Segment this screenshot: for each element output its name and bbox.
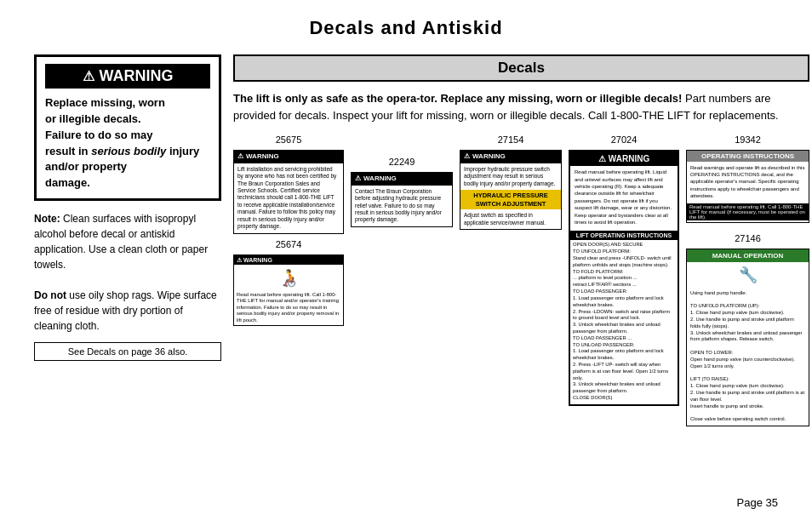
warning-line1: Replace missing, worn (45, 96, 165, 109)
decal-19342: OPERATING INSTRUCTIONS Read warnings and… (686, 150, 809, 222)
decals-section-header: Decals (233, 54, 809, 82)
decal-25674-body: Read manual before operating lift. Call … (234, 290, 343, 326)
decal-27024-sublines: OPEN DOOR(S) AND SECURE TO UNFOLD PLATFO… (570, 242, 678, 404)
note-label: Note: (34, 213, 60, 225)
main-warning-box: ⚠ WARNING Replace missing, worn or illeg… (34, 54, 221, 201)
decal-25674-header-text: WARNING (243, 256, 272, 264)
decal-27024: ⚠ WARNING Read manual before operating l… (569, 150, 679, 406)
decal-27154-number: 27154 (460, 134, 562, 145)
warning-line4: result in serious bodily injury and/or p… (45, 145, 199, 174)
decal-27024-header: ⚠ WARNING (570, 152, 678, 166)
decal-27024-warning-lines: Read manual before operating lift. Liqui… (570, 166, 678, 228)
decal-col-4: 27024 ⚠ WARNING Read manual before opera… (569, 134, 679, 426)
decal-19342-number: 19342 (686, 134, 809, 145)
main-layout: ⚠ WARNING Replace missing, worn or illeg… (34, 54, 778, 426)
main-description: The lift is only as safe as the opera-to… (233, 90, 809, 124)
warning-body: Replace missing, worn or illegible decal… (45, 95, 210, 192)
decal-27146-body: Using hand pump handle: TO UNFOLD PLATFO… (687, 288, 809, 426)
decal-22249-header-text: WARNING (363, 174, 397, 183)
decal-27154: ⚠ WARNING Improper hydraulic pressure sw… (460, 150, 562, 230)
decal-col-2: 22249 ⚠ WARNING Contact The Braun Corpor… (351, 134, 453, 426)
warning-line2: or illegible decals. (45, 112, 141, 125)
decal-25675: ⚠ WARNING Lift installation and servicin… (233, 150, 344, 233)
page-number: Page 35 (737, 496, 778, 509)
decal-25674: ⚠ WARNING 🧑‍🦽 Read manual before operati… (233, 254, 344, 327)
warn-triangle-22249: ⚠ (355, 174, 361, 183)
decal-25674-header: ⚠ WARNING (234, 255, 343, 265)
decal-27024-number: 27024 (569, 134, 679, 145)
warning-header: ⚠ WARNING (45, 64, 210, 89)
decal-27154-header-text: WARNING (472, 152, 506, 161)
right-column: Decals The lift is only as safe as the o… (233, 54, 809, 426)
decal-19342-header: OPERATING INSTRUCTIONS (687, 151, 809, 162)
warning-line6: damage. (45, 176, 90, 189)
warning-line3: Failure to do so may (45, 129, 152, 141)
warn-triangle-27154: ⚠ (464, 152, 470, 161)
decal-22249-header: ⚠ WARNING (352, 173, 452, 185)
decal-22249: ⚠ WARNING Contact The Braun Corporation … (351, 172, 453, 227)
left-column: ⚠ WARNING Replace missing, worn or illeg… (34, 54, 221, 426)
decals-grid: 25675 ⚠ WARNING Lift installation and se… (233, 134, 809, 426)
warn-triangle-25674: ⚠ (237, 256, 242, 264)
see-decals-text: See Decals on page 36 also. (68, 346, 188, 357)
main-text-bold: The lift is only as safe as the opera-to… (233, 92, 682, 105)
person-icon-25674: 🧑‍🦽 (234, 265, 343, 290)
note-section: Note: Clean surfaces with isopropyl alco… (34, 211, 221, 334)
decal-22249-number: 22249 (351, 157, 453, 167)
decal-27154-header: ⚠ WARNING (460, 151, 561, 163)
see-decals-box: See Decals on page 36 also. (34, 342, 221, 361)
decal-25675-header: ⚠ WARNING (234, 151, 343, 163)
decal-27146-number: 27146 (686, 233, 809, 243)
decal-27154-body: Improper hydraulic pressure switch adjus… (460, 163, 561, 190)
decal-25675-header-text: WARNING (246, 152, 279, 161)
warning-header-text: WARNING (100, 67, 174, 85)
decal-27146-header: MANUAL OPERATION (687, 249, 809, 262)
manual-op-icon: 🔧 (687, 266, 809, 284)
decal-25675-body: Lift installation and servicing prohibit… (234, 163, 343, 233)
serious-bodily-text: serious bodily (91, 145, 166, 157)
decal-25674-number: 25674 (233, 239, 344, 249)
decal-col-5: 19342 OPERATING INSTRUCTIONS Read warnin… (686, 134, 809, 426)
decal-19342-highlighted: Read manual before operating lift. Call … (687, 203, 809, 220)
decal-27024-header-text: WARNING (609, 154, 649, 163)
page-title: Decals and Antiskid (34, 17, 778, 39)
warn-triangle-27024: ⚠ (598, 154, 606, 163)
lift-operating-header: LIFT OPERATING INSTRUCTIONS (570, 231, 678, 240)
decal-27146: MANUAL OPERATION 🔧 Using hand pump handl… (686, 249, 809, 426)
decal-col-3: 27154 ⚠ WARNING Improper hydraulic press… (460, 134, 562, 426)
do-not-label: Do not (34, 289, 66, 301)
decal-22249-body: Contact The Braun Corporation before adj… (352, 186, 452, 226)
warn-triangle-25675: ⚠ (237, 152, 243, 161)
decal-19342-body: Read warnings and operate lift as descri… (687, 162, 809, 201)
note-body: Clean surfaces with isopropyl alcohol be… (34, 213, 208, 271)
hydraulic-label: HYDRAULIC PRESSURE SWITCH ADJUSTMENT (460, 190, 561, 210)
decal-27154-sublabel: Adjust switch as specified in applicable… (460, 209, 561, 229)
decal-col-1: 25675 ⚠ WARNING Lift installation and se… (233, 134, 344, 426)
warning-triangle-icon: ⚠ (83, 68, 94, 84)
decal-25675-number: 25675 (233, 134, 344, 145)
